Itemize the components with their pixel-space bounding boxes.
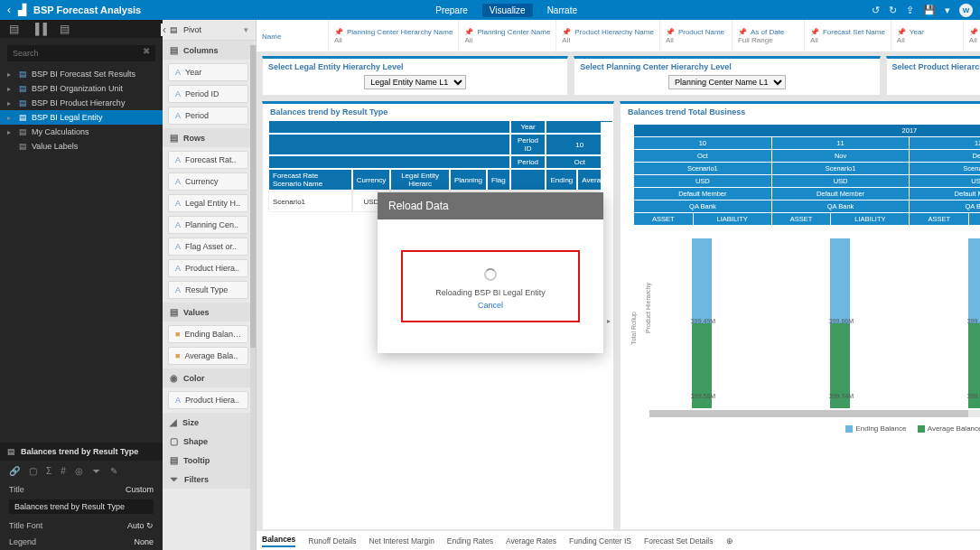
spinner-icon — [484, 268, 497, 281]
modal-message: Reloading BSP BI Legal Entity — [435, 288, 545, 297]
reload-data-modal: Reload Data Reloading BSP BI Legal Entit… — [378, 192, 603, 353]
cancel-button[interactable]: Cancel — [435, 301, 545, 310]
modal-overlay: Reload Data Reloading BSP BI Legal Entit… — [0, 0, 980, 550]
modal-title: Reload Data — [378, 192, 603, 219]
collapse-grammar-icon[interactable]: ‹ — [161, 23, 168, 36]
